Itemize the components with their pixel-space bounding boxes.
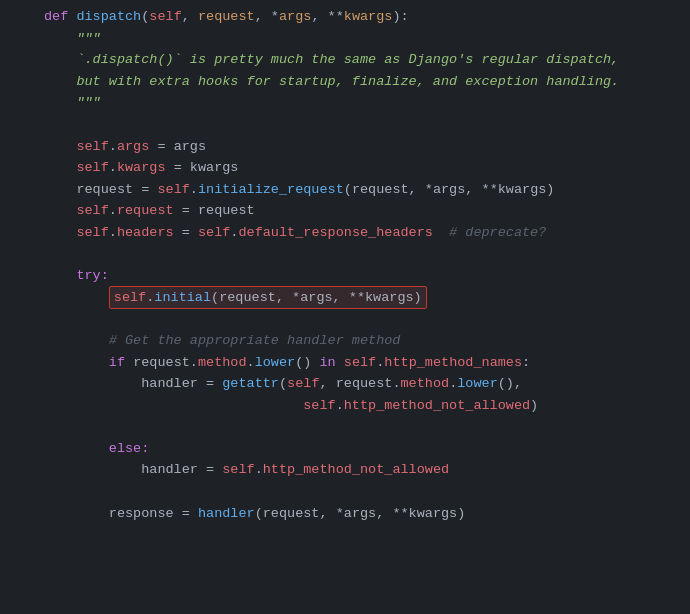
self-keyword-10: self <box>303 395 335 417</box>
line-docstring-1: `.dispatch()` is pretty much the same as… <box>44 49 690 71</box>
line-docstring-open: """ <box>44 28 690 50</box>
space-eq-2: = <box>166 157 190 179</box>
eq8: = <box>174 503 198 525</box>
comma3: , <box>311 6 327 28</box>
docstring-open: """ <box>76 28 100 50</box>
keyword-if: if <box>109 352 133 374</box>
paren-close-3: ) <box>414 287 422 309</box>
keyword-def: def <box>44 6 76 28</box>
arg-args-3: args <box>344 503 376 525</box>
comma9: , * <box>319 503 343 525</box>
arg-kwargs-2: kwargs <box>365 287 414 309</box>
comma1: , <box>182 6 198 28</box>
docstring-close: """ <box>76 92 100 114</box>
colon-if: : <box>522 352 530 374</box>
self-keyword-5: self <box>76 222 108 244</box>
attr-not-allowed-2: http_method_not_allowed <box>263 459 449 481</box>
comment-deprecate: # deprecate? <box>433 222 546 244</box>
line-blank-3 <box>44 308 690 330</box>
attr-http-method-names: http_method_names <box>384 352 522 374</box>
docstring-line2: but with extra hooks for startup, finali… <box>76 71 619 93</box>
dot6: . <box>230 222 238 244</box>
attr-args: args <box>117 136 149 158</box>
var-handler-2: handler <box>141 459 198 481</box>
line-response: response = handler(request, *args, **kwa… <box>44 503 690 525</box>
line-self-args: self.args = args <box>44 136 690 158</box>
line-self-headers: self.headers = self.default_response_hea… <box>44 222 690 244</box>
comma8: , <box>319 373 335 395</box>
comma7: , ** <box>333 287 365 309</box>
line-http-method-not-allowed-1: self.http_method_not_allowed) <box>44 395 690 417</box>
attr-method: method <box>198 352 247 374</box>
attr-kwargs: kwargs <box>117 157 166 179</box>
self-keyword-6: self <box>198 222 230 244</box>
keyword-else: else: <box>109 438 150 460</box>
self-keyword-4: self <box>76 200 108 222</box>
arg-args: args <box>433 179 465 201</box>
line-handler-not-allowed: handler = self.http_method_not_allowed <box>44 459 690 481</box>
self-keyword-3: self <box>157 179 189 201</box>
comma5: , ** <box>465 179 497 201</box>
dot13: . <box>336 395 344 417</box>
fn-getattr: getattr <box>222 373 279 395</box>
line-if-request-method: if request.method.lower() in self.http_m… <box>44 352 690 374</box>
line-docstring-close: """ <box>44 92 690 114</box>
star1: * <box>271 6 279 28</box>
dot8: . <box>190 352 198 374</box>
dot1: . <box>109 136 117 158</box>
param-self: self <box>149 6 181 28</box>
keyword-in: in <box>320 352 344 374</box>
var-request: request <box>76 179 133 201</box>
highlighted-self-initial: self.initial(request, *args, **kwargs) <box>109 286 427 310</box>
line-blank-2 <box>44 244 690 266</box>
paren-open-3: ( <box>211 287 219 309</box>
dot9: . <box>247 352 255 374</box>
paren-open: ( <box>141 6 149 28</box>
arg-kwargs: kwargs <box>498 179 547 201</box>
arg-request-2: request <box>219 287 276 309</box>
dot10: . <box>376 352 384 374</box>
docstring-line1: `.dispatch()` is pretty much the same as… <box>76 49 619 71</box>
eq4: = <box>174 200 198 222</box>
param-request: request <box>198 6 255 28</box>
val-kwargs: kwargs <box>190 157 239 179</box>
attr-request: request <box>117 200 174 222</box>
doublestar: ** <box>328 6 344 28</box>
dot5: . <box>109 222 117 244</box>
keyword-try: try: <box>76 265 108 287</box>
eq3: = <box>133 179 157 201</box>
line-self-initial: self.initial(request, *args, **kwargs) <box>44 287 690 309</box>
code-lines: def dispatch(self, request, *args, **kwa… <box>36 4 690 614</box>
line-else: else: <box>44 438 690 460</box>
line-self-request: self.request = request <box>44 200 690 222</box>
line-comment-handler: # Get the appropriate handler method <box>44 330 690 352</box>
line-handler-getattr: handler = getattr(self, request.method.l… <box>44 373 690 395</box>
dot2: . <box>109 157 117 179</box>
line-request-init: request = self.initialize_request(reques… <box>44 179 690 201</box>
paren-4: () <box>295 352 319 374</box>
line-numbers <box>0 4 36 614</box>
method-init-request: initialize_request <box>198 179 344 201</box>
attr-not-allowed: http_method_not_allowed <box>344 395 530 417</box>
comma10: , ** <box>376 503 408 525</box>
fn-handler-call: handler <box>198 503 255 525</box>
self-keyword-7: self <box>114 287 146 309</box>
eq5: = <box>174 222 198 244</box>
arg-request: request <box>352 179 409 201</box>
self-keyword-8: self <box>344 352 376 374</box>
arg-request-3: request <box>263 503 320 525</box>
self-keyword-9: self <box>287 373 319 395</box>
dot11: . <box>392 373 400 395</box>
comma2: , <box>255 6 271 28</box>
self-keyword-11: self <box>222 459 254 481</box>
paren-6: (), <box>498 373 522 395</box>
paren-open-2: ( <box>344 179 352 201</box>
method-initial: initial <box>154 287 211 309</box>
line-try: try: <box>44 265 690 287</box>
val-args: args <box>174 136 206 158</box>
space-eq-1: = <box>149 136 173 158</box>
self-keyword-1: self <box>76 136 108 158</box>
arg-kwargs-3: kwargs <box>409 503 458 525</box>
paren-5: ( <box>279 373 287 395</box>
comma6: , * <box>276 287 300 309</box>
